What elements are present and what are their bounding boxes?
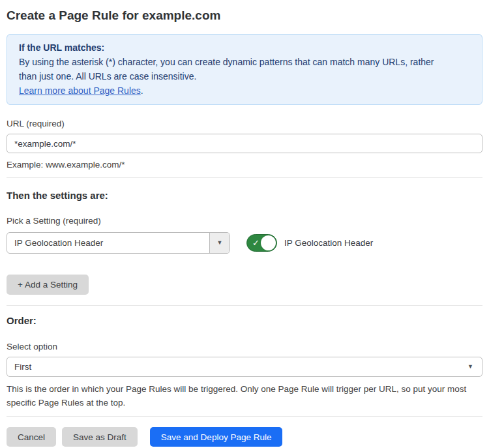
setting-dropdown-value: IP Geolocation Header (7, 233, 209, 253)
order-select-value: First (14, 362, 31, 372)
url-input[interactable] (7, 134, 482, 153)
url-matches-info-box: If the URL matches: By using the asteris… (7, 34, 482, 105)
select-option-label: Select option (7, 341, 482, 352)
settings-section-heading: Then the settings are: (7, 189, 482, 202)
footer-actions: Cancel Save as Draft Save and Deploy Pag… (7, 427, 482, 447)
check-icon: ✓ (252, 239, 259, 247)
setting-dropdown[interactable]: IP Geolocation Header ▼ (7, 232, 230, 254)
divider (7, 416, 482, 417)
create-page-rule-form: Create a Page Rule for example.com If th… (0, 8, 489, 447)
save-and-deploy-button[interactable]: Save and Deploy Page Rule (150, 427, 283, 447)
save-as-draft-button[interactable]: Save as Draft (62, 427, 138, 447)
divider (7, 177, 482, 178)
divider (7, 305, 482, 306)
setting-dropdown-arrow-button[interactable]: ▼ (209, 233, 230, 253)
order-select[interactable]: First ▼ (7, 357, 482, 377)
url-helper-text: Example: www.example.com/* (7, 158, 482, 172)
chevron-down-icon: ▼ (467, 364, 473, 370)
chevron-down-icon: ▼ (217, 240, 223, 246)
toggle-label: IP Geolocation Header (284, 238, 373, 248)
order-section-heading: Order: (7, 314, 482, 327)
order-helper-text: This is the order in which your Page Rul… (7, 382, 482, 410)
link-suffix-period: . (141, 85, 143, 96)
info-box-heading: If the URL matches: (19, 40, 470, 55)
pick-setting-label: Pick a Setting (required) (7, 215, 482, 226)
cancel-button[interactable]: Cancel (7, 427, 56, 447)
toggle-knob (261, 235, 276, 250)
learn-more-link[interactable]: Learn more about Page Rules (19, 85, 141, 96)
add-setting-button[interactable]: + Add a Setting (7, 275, 89, 295)
info-box-link-line: Learn more about Page Rules. (19, 83, 470, 98)
page-title: Create a Page Rule for example.com (7, 8, 482, 23)
ip-geolocation-toggle[interactable]: ✓ (246, 234, 277, 252)
url-label: URL (required) (7, 118, 482, 129)
setting-row: IP Geolocation Header ▼ ✓ IP Geolocation… (7, 232, 482, 254)
info-box-body: By using the asterisk (*) character, you… (19, 55, 449, 83)
